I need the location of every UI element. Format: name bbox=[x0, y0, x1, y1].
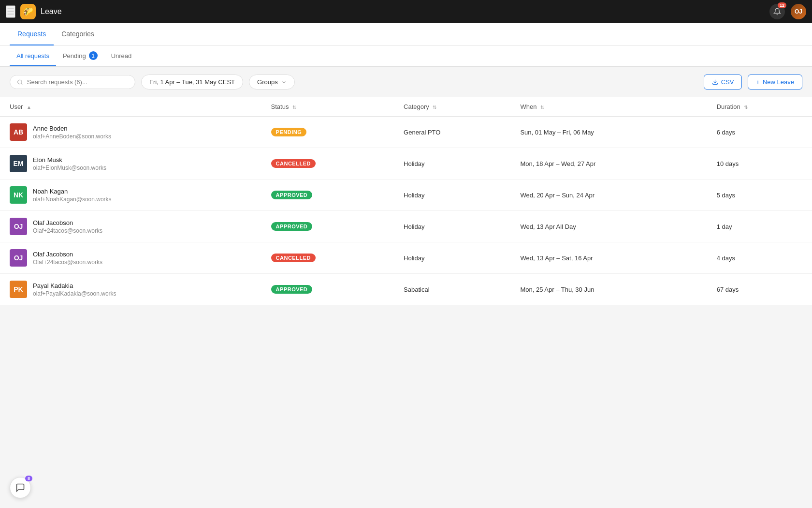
table-row[interactable]: NK Noah Kagan olaf+NoahKagan@soon.works … bbox=[0, 179, 812, 211]
app-logo: 🌮 bbox=[20, 4, 36, 19]
table-row[interactable]: AB Anne Boden olaf+AnneBoden@soon.works … bbox=[0, 117, 812, 148]
leave-table: User ▲ Status ⇅ Category ⇅ When ⇅ Durati… bbox=[0, 97, 812, 305]
cell-status-1: CANCELLED bbox=[261, 148, 394, 179]
user-email: olaf+PayalKadakia@soon.works bbox=[33, 290, 116, 297]
subtab-all-requests[interactable]: All requests bbox=[10, 46, 56, 66]
user-avatar-sm: AB bbox=[10, 123, 27, 141]
cell-status-3: APPROVED bbox=[261, 211, 394, 242]
table-row[interactable]: OJ Olaf Jacobson Olaf+24tacos@soon.works… bbox=[0, 211, 812, 242]
cell-duration-4: 4 days bbox=[707, 242, 812, 274]
cell-user-3: OJ Olaf Jacobson Olaf+24tacos@soon.works bbox=[0, 211, 261, 242]
cell-duration-3: 1 day bbox=[707, 211, 812, 242]
user-avatar-sm: NK bbox=[10, 186, 27, 204]
cell-category-2: Holiday bbox=[394, 179, 510, 211]
search-input[interactable] bbox=[27, 78, 128, 86]
leave-table-container: User ▲ Status ⇅ Category ⇅ When ⇅ Durati… bbox=[0, 97, 812, 305]
user-avatar-sm: PK bbox=[10, 281, 27, 298]
col-user[interactable]: User ▲ bbox=[0, 97, 261, 117]
topnav: ☰ 🌮 Leave 12 OJ bbox=[0, 0, 812, 23]
table-row[interactable]: OJ Olaf Jacobson Olaf+24tacos@soon.works… bbox=[0, 242, 812, 274]
main-tabs: Requests Categories bbox=[0, 23, 812, 45]
cell-when-1: Mon, 18 Apr – Wed, 27 Apr bbox=[510, 148, 707, 179]
download-icon bbox=[712, 79, 718, 85]
status-badge: APPROVED bbox=[271, 191, 313, 199]
app-title: Leave bbox=[41, 7, 62, 16]
user-email: olaf+NoahKagan@soon.works bbox=[33, 196, 112, 203]
user-email: olaf+ElonMusk@soon.works bbox=[33, 164, 106, 171]
user-avatar-sm: OJ bbox=[10, 249, 27, 267]
cell-category-3: Holiday bbox=[394, 211, 510, 242]
user-name: Olaf Jacobson bbox=[33, 219, 102, 226]
cell-when-4: Wed, 13 Apr – Sat, 16 Apr bbox=[510, 242, 707, 274]
status-badge: PENDING bbox=[271, 128, 307, 136]
cell-duration-1: 10 days bbox=[707, 148, 812, 179]
cell-category-5: Sabatical bbox=[394, 274, 510, 305]
date-filter-button[interactable]: Fri, 1 Apr – Tue, 31 May CEST bbox=[141, 75, 243, 90]
cell-user-4: OJ Olaf Jacobson Olaf+24tacos@soon.works bbox=[0, 242, 261, 274]
search-box bbox=[10, 75, 135, 89]
sort-icon-duration: ⇅ bbox=[744, 105, 748, 110]
table-header-row: User ▲ Status ⇅ Category ⇅ When ⇅ Durati… bbox=[0, 97, 812, 117]
user-name: Anne Boden bbox=[33, 125, 111, 132]
topnav-left: ☰ 🌮 Leave bbox=[6, 4, 62, 19]
user-name: Payal Kadakia bbox=[33, 282, 116, 289]
status-badge: CANCELLED bbox=[271, 159, 316, 168]
new-leave-button[interactable]: + New Leave bbox=[748, 75, 802, 90]
col-when[interactable]: When ⇅ bbox=[510, 97, 707, 117]
cell-when-3: Wed, 13 Apr All Day bbox=[510, 211, 707, 242]
cell-status-4: CANCELLED bbox=[261, 242, 394, 274]
user-email: olaf+AnneBoden@soon.works bbox=[33, 133, 111, 140]
user-name: Olaf Jacobson bbox=[33, 251, 102, 258]
hamburger-button[interactable]: ☰ bbox=[6, 5, 15, 18]
user-email: Olaf+24tacos@soon.works bbox=[33, 227, 102, 234]
search-icon bbox=[17, 79, 23, 86]
table-row[interactable]: EM Elon Musk olaf+ElonMusk@soon.works CA… bbox=[0, 148, 812, 179]
notification-button[interactable]: 12 bbox=[769, 4, 785, 19]
user-avatar-initials: OJ bbox=[791, 4, 806, 19]
tab-categories[interactable]: Categories bbox=[54, 23, 102, 45]
cell-duration-2: 5 days bbox=[707, 179, 812, 211]
pending-badge: 1 bbox=[89, 51, 98, 60]
user-avatar-sm: EM bbox=[10, 155, 27, 172]
cell-category-0: General PTO bbox=[394, 117, 510, 148]
cell-when-5: Mon, 25 Apr – Thu, 30 Jun bbox=[510, 274, 707, 305]
subtab-unread[interactable]: Unread bbox=[104, 46, 139, 66]
cell-status-5: APPROVED bbox=[261, 274, 394, 305]
user-name: Elon Musk bbox=[33, 156, 106, 164]
cell-duration-0: 6 days bbox=[707, 117, 812, 148]
cell-duration-5: 67 days bbox=[707, 274, 812, 305]
sort-icon-user: ▲ bbox=[27, 105, 31, 110]
status-badge: CANCELLED bbox=[271, 254, 316, 262]
csv-button[interactable]: CSV bbox=[704, 75, 742, 90]
cell-status-0: PENDING bbox=[261, 117, 394, 148]
toolbar: Fri, 1 Apr – Tue, 31 May CEST Groups CSV… bbox=[0, 67, 812, 97]
cell-user-0: AB Anne Boden olaf+AnneBoden@soon.works bbox=[0, 117, 261, 148]
cell-category-1: Holiday bbox=[394, 148, 510, 179]
cell-category-4: Holiday bbox=[394, 242, 510, 274]
subtab-pending[interactable]: Pending 1 bbox=[56, 45, 104, 67]
sort-icon-status: ⇅ bbox=[292, 105, 296, 110]
sort-icon-category: ⇅ bbox=[433, 105, 436, 110]
topnav-right: 12 OJ bbox=[769, 4, 806, 19]
user-avatar-sm: OJ bbox=[10, 218, 27, 235]
status-badge: APPROVED bbox=[271, 222, 313, 231]
user-email: Olaf+24tacos@soon.works bbox=[33, 259, 102, 266]
cell-user-1: EM Elon Musk olaf+ElonMusk@soon.works bbox=[0, 148, 261, 179]
cell-when-0: Sun, 01 May – Fri, 06 May bbox=[510, 117, 707, 148]
cell-user-2: NK Noah Kagan olaf+NoahKagan@soon.works bbox=[0, 179, 261, 211]
user-avatar[interactable]: OJ bbox=[791, 4, 806, 19]
chevron-down-icon bbox=[281, 79, 287, 85]
user-name: Noah Kagan bbox=[33, 188, 112, 195]
sort-icon-when: ⇅ bbox=[540, 105, 544, 110]
col-category[interactable]: Category ⇅ bbox=[394, 97, 510, 117]
status-badge: APPROVED bbox=[271, 285, 313, 294]
groups-button[interactable]: Groups bbox=[249, 75, 295, 90]
sub-tabs: All requests Pending 1 Unread bbox=[0, 45, 812, 67]
col-duration[interactable]: Duration ⇅ bbox=[707, 97, 812, 117]
cell-status-2: APPROVED bbox=[261, 179, 394, 211]
col-status[interactable]: Status ⇅ bbox=[261, 97, 394, 117]
table-row[interactable]: PK Payal Kadakia olaf+PayalKadakia@soon.… bbox=[0, 274, 812, 305]
tab-requests[interactable]: Requests bbox=[10, 23, 54, 45]
svg-point-0 bbox=[18, 80, 22, 84]
cell-user-5: PK Payal Kadakia olaf+PayalKadakia@soon.… bbox=[0, 274, 261, 305]
